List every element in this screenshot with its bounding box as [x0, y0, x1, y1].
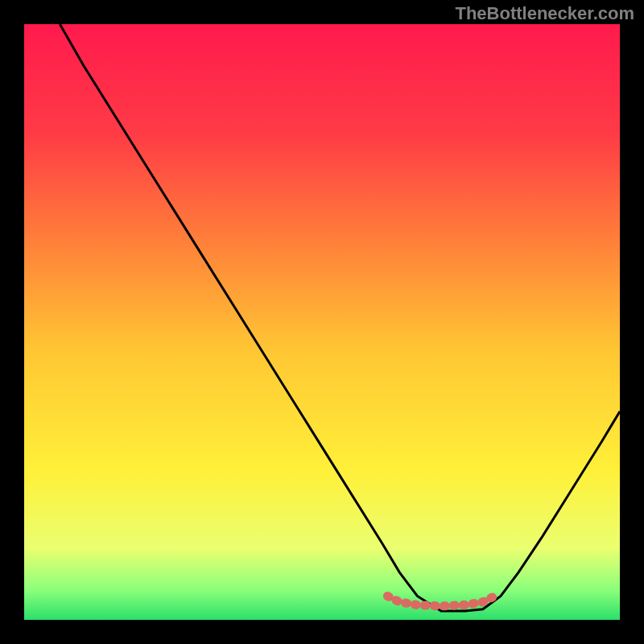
chart-svg — [24, 24, 620, 620]
watermark-text: TheBottlenecker.com — [455, 3, 634, 24]
chart-container — [24, 24, 620, 620]
